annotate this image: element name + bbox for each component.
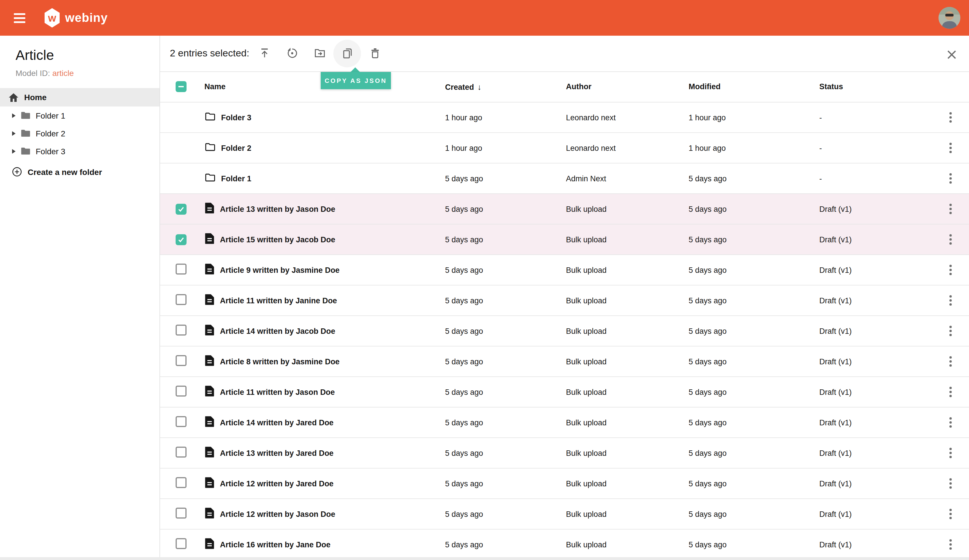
hamburger-menu-icon[interactable] xyxy=(14,13,25,23)
row-menu-kebab-icon[interactable] xyxy=(947,385,954,399)
entry-status: - xyxy=(819,174,947,183)
table-row[interactable]: Article 13 written by Jared Doe 5 days a… xyxy=(160,438,969,469)
entry-name: Article 12 written by Jared Doe xyxy=(220,479,334,488)
tooltip-pointer xyxy=(351,67,360,72)
document-icon xyxy=(205,325,214,337)
entry-status: Draft (v1) xyxy=(819,540,947,549)
table-row[interactable]: Folder 1 5 days ago Admin Next 5 days ag… xyxy=(160,163,969,194)
entry-created: 5 days ago xyxy=(445,296,566,305)
row-menu-kebab-icon[interactable] xyxy=(947,476,954,491)
user-avatar[interactable] xyxy=(939,7,961,29)
create-new-folder-button[interactable]: Create a new folder xyxy=(0,167,160,177)
sidebar-item-folder-3[interactable]: Folder 3 xyxy=(0,142,160,160)
row-checkbox[interactable] xyxy=(176,416,186,427)
entry-status: Draft (v1) xyxy=(819,418,947,427)
caret-right-icon[interactable] xyxy=(12,149,15,153)
horizontal-scrollbar[interactable] xyxy=(0,557,969,560)
table-row[interactable]: Article 12 written by Jason Doe 5 days a… xyxy=(160,499,969,530)
column-header-created[interactable]: Created↓ xyxy=(445,82,566,91)
entry-author: Bulk upload xyxy=(566,510,689,518)
model-id-link[interactable]: article xyxy=(52,68,74,78)
row-checkbox[interactable] xyxy=(176,294,186,305)
entry-author: Bulk upload xyxy=(566,296,689,305)
caret-right-icon[interactable] xyxy=(12,113,15,118)
entry-status: - xyxy=(819,144,947,152)
sidebar-item-folder-1[interactable]: Folder 1 xyxy=(0,106,160,124)
entry-modified: 5 days ago xyxy=(689,235,819,244)
row-menu-kebab-icon[interactable] xyxy=(947,232,954,247)
row-checkbox[interactable] xyxy=(176,477,186,488)
copy-as-json-tooltip: COPY AS JSON xyxy=(321,72,391,89)
table-row[interactable]: Article 16 written by Jane Doe 5 days ag… xyxy=(160,530,969,560)
row-checkbox[interactable] xyxy=(176,386,186,397)
copy-as-json-button[interactable] xyxy=(341,48,353,60)
row-checkbox[interactable] xyxy=(176,325,186,336)
row-checkbox-slot xyxy=(176,294,186,307)
select-all-checkbox[interactable] xyxy=(176,81,186,92)
row-menu-kebab-icon[interactable] xyxy=(947,354,954,369)
row-checkbox[interactable] xyxy=(176,234,186,245)
column-header-status[interactable]: Status xyxy=(819,83,947,91)
table-row[interactable]: Folder 3 1 hour ago Leonardo next 1 hour… xyxy=(160,103,969,133)
table-row[interactable]: Article 15 written by Jacob Doe 5 days a… xyxy=(160,224,969,255)
row-checkbox[interactable] xyxy=(176,355,186,366)
row-menu-kebab-icon[interactable] xyxy=(947,202,954,216)
entry-status: Draft (v1) xyxy=(819,296,947,305)
row-checkbox[interactable] xyxy=(176,508,186,518)
row-checkbox[interactable] xyxy=(176,264,186,274)
copy-icon xyxy=(341,48,353,60)
row-menu-kebab-icon[interactable] xyxy=(947,263,954,278)
entry-created: 5 days ago xyxy=(445,235,566,244)
table-row[interactable]: Article 9 written by Jasmine Doe 5 days … xyxy=(160,255,969,286)
table-row[interactable]: Article 14 written by Jared Doe 5 days a… xyxy=(160,407,969,438)
sidebar-item-folder-2[interactable]: Folder 2 xyxy=(0,124,160,142)
row-menu-kebab-icon[interactable] xyxy=(947,141,954,155)
table-row[interactable]: Folder 2 1 hour ago Leonardo next 1 hour… xyxy=(160,133,969,163)
entry-modified: 5 days ago xyxy=(689,174,819,183)
row-menu-kebab-icon[interactable] xyxy=(947,171,954,186)
table-row[interactable]: Article 14 written by Jacob Doe 5 days a… xyxy=(160,316,969,346)
row-checkbox-slot xyxy=(176,416,186,429)
entry-name: Folder 1 xyxy=(221,174,251,183)
entry-created: 5 days ago xyxy=(445,479,566,488)
close-selection-button[interactable] xyxy=(946,49,957,60)
row-checkbox[interactable] xyxy=(176,203,186,214)
sidebar-item-home[interactable]: Home xyxy=(0,88,160,106)
entry-created: 5 days ago xyxy=(445,540,566,549)
row-menu-kebab-icon[interactable] xyxy=(947,324,954,338)
entry-name: Article 13 written by Jason Doe xyxy=(220,204,335,213)
folder-icon xyxy=(205,173,215,184)
entries-panel: 2 entries selected: xyxy=(160,36,969,560)
row-menu-kebab-icon[interactable] xyxy=(947,446,954,460)
table-row[interactable]: Article 8 written by Jasmine Doe 5 days … xyxy=(160,346,969,377)
move-to-folder-button[interactable] xyxy=(314,48,326,60)
table-row[interactable]: Article 12 written by Jared Doe 5 days a… xyxy=(160,469,969,499)
document-icon xyxy=(205,538,214,551)
sidebar-item-label: Folder 2 xyxy=(36,129,65,138)
column-header-author[interactable]: Author xyxy=(566,83,689,91)
caret-right-icon[interactable] xyxy=(12,131,15,136)
row-menu-kebab-icon[interactable] xyxy=(947,507,954,522)
row-menu-kebab-icon[interactable] xyxy=(947,110,954,125)
webiny-logo[interactable]: W webiny xyxy=(44,7,108,28)
entry-created: 5 days ago xyxy=(445,449,566,457)
row-menu-kebab-icon[interactable] xyxy=(947,415,954,430)
row-checkbox-slot xyxy=(176,234,186,245)
entry-modified: 1 hour ago xyxy=(689,113,819,122)
unpublish-button[interactable] xyxy=(286,48,298,60)
table-row[interactable]: Article 11 written by Jason Doe 5 days a… xyxy=(160,377,969,407)
publish-button[interactable] xyxy=(258,48,271,60)
row-checkbox[interactable] xyxy=(176,538,186,549)
webiny-logo-hexagon-icon: W xyxy=(44,7,60,28)
folder-icon xyxy=(21,147,30,155)
row-menu-kebab-icon[interactable] xyxy=(947,293,954,308)
column-header-modified[interactable]: Modified xyxy=(689,83,819,91)
delete-button[interactable] xyxy=(369,48,381,60)
row-checkbox[interactable] xyxy=(176,447,186,457)
table-row[interactable]: Article 13 written by Jason Doe 5 days a… xyxy=(160,194,969,224)
row-menu-kebab-icon[interactable] xyxy=(947,537,954,552)
entry-author: Bulk upload xyxy=(566,235,689,244)
table-row[interactable]: Article 11 written by Janine Doe 5 days … xyxy=(160,286,969,316)
entry-status: Draft (v1) xyxy=(819,357,947,366)
row-checkbox-slot xyxy=(176,264,186,276)
